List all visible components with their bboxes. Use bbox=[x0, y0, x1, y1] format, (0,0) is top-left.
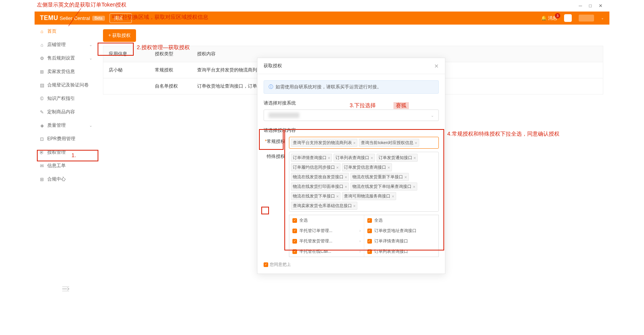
chevron-right-icon: › bbox=[359, 229, 360, 233]
sidebar-item-label: 信息工单 bbox=[47, 163, 66, 169]
tag[interactable]: 物流在线发货下单结果查询接口× bbox=[350, 182, 417, 191]
tag[interactable]: 物流在线发货打印面单接口× bbox=[291, 182, 349, 191]
tag-remove-icon[interactable]: × bbox=[345, 175, 347, 179]
sidebar-item-5[interactable]: ©知识产权指引 bbox=[35, 92, 97, 105]
tag[interactable]: 订单详情查询接口× bbox=[291, 154, 332, 162]
window-maximize[interactable]: □ bbox=[589, 3, 592, 8]
checkbox[interactable]: ✓ bbox=[292, 239, 297, 244]
checkbox[interactable]: ✓ bbox=[292, 229, 297, 233]
select-all-row[interactable]: ✓全选 bbox=[364, 215, 439, 226]
dropdown-item[interactable]: ✓半托管发货管理...› bbox=[289, 236, 364, 246]
tag-label: 物流在线发货下单接口 bbox=[293, 193, 335, 199]
sidebar-item-label: EPR费用管理 bbox=[47, 136, 75, 142]
sidebar-item-2[interactable]: ⚙售后规则设置⌄ bbox=[35, 51, 97, 65]
tag-label: 订单发货通知接口 bbox=[378, 155, 412, 161]
tag-remove-icon[interactable]: × bbox=[387, 165, 390, 170]
epr-icon: ⊡ bbox=[39, 136, 45, 142]
account-menu-chevron[interactable]: ⌄ bbox=[601, 16, 604, 20]
col-header-app: 应用信息 bbox=[103, 46, 149, 62]
custom-icon: ✎ bbox=[39, 109, 45, 115]
checkbox[interactable]: ✓ bbox=[367, 249, 372, 254]
tag[interactable]: 查询可用物流服务商接口× bbox=[342, 192, 396, 200]
regular-auth-tags[interactable]: 查询平台支持发货的物流商列表×查询当前token对应授权信息× bbox=[289, 137, 439, 149]
tag[interactable]: 查询卖家发货仓库基础信息接口× bbox=[291, 202, 357, 210]
select-all-row[interactable]: ✓全选 bbox=[289, 215, 364, 226]
tag-remove-icon[interactable]: × bbox=[353, 204, 355, 208]
checkbox[interactable]: ✓ bbox=[367, 239, 372, 244]
tag-remove-icon[interactable]: × bbox=[370, 156, 373, 160]
auth-dropdown-panel: ✓全选✓半托管订单管理...›✓半托管发货管理...›✓半托管在线Call...… bbox=[289, 215, 439, 257]
tag[interactable]: 查询平台支持发货的物流商列表× bbox=[291, 139, 357, 147]
tag[interactable]: 订单发货信息查询接口× bbox=[342, 163, 392, 171]
select-content-label: 请选择授权内容 bbox=[264, 127, 439, 134]
close-icon[interactable]: ✕ bbox=[434, 63, 439, 69]
checkbox[interactable]: ✓ bbox=[292, 218, 297, 223]
sidebar-item-11[interactable]: ⊞合规中心 bbox=[35, 172, 97, 186]
select-value bbox=[269, 113, 299, 118]
tag-remove-icon[interactable]: × bbox=[353, 141, 355, 145]
regular-auth-label: *常规授权 bbox=[264, 137, 285, 145]
checkbox[interactable]: ✓ bbox=[367, 218, 372, 223]
tag[interactable]: 订单发货通知接口× bbox=[377, 154, 418, 162]
avatar[interactable] bbox=[564, 14, 572, 22]
tag-remove-icon[interactable]: × bbox=[328, 156, 330, 160]
dropdown-item[interactable]: ✓订单列表查询接口 bbox=[364, 246, 439, 257]
special-auth-label: 特殊授权 bbox=[264, 152, 285, 160]
sidebar-item-10[interactable]: ✉信息工单 bbox=[35, 159, 97, 172]
sidebar-item-9[interactable]: ⛨授权管理 bbox=[35, 146, 97, 159]
quality-icon: ◈ bbox=[39, 123, 45, 128]
sidebar-item-1[interactable]: ⌂店铺管理⌄ bbox=[35, 38, 97, 51]
agree-checkbox[interactable]: ✓ bbox=[264, 262, 268, 267]
system-select[interactable]: ⌄ bbox=[264, 109, 439, 121]
tag[interactable]: 查询当前token对应授权信息× bbox=[359, 139, 419, 147]
dropdown-item[interactable]: ✓半托管订单管理...› bbox=[289, 226, 364, 236]
tag[interactable]: 物流在线发货改自发货接口× bbox=[291, 173, 349, 181]
checkbox[interactable]: ✓ bbox=[292, 249, 297, 254]
sidebar-item-3[interactable]: ⊞卖家发货信息 bbox=[35, 65, 97, 78]
sidebar-item-8[interactable]: ⊡EPR费用管理 bbox=[35, 132, 97, 146]
tag[interactable]: 订单列表查询接口× bbox=[334, 154, 375, 162]
tag[interactable]: 订单履约信息同步接口× bbox=[291, 163, 340, 171]
chevron-right-icon: › bbox=[359, 239, 360, 243]
tag-remove-icon[interactable]: × bbox=[345, 184, 347, 189]
tag-remove-icon[interactable]: × bbox=[392, 194, 394, 199]
sidebar-item-label: 定制商品内容 bbox=[47, 109, 75, 115]
sidebar-item-label: 卖家发货信息 bbox=[47, 68, 75, 75]
sidebar-item-label: 质量管理 bbox=[47, 122, 66, 129]
tag-remove-icon[interactable]: × bbox=[413, 156, 416, 160]
ticket-icon: ✉ bbox=[39, 163, 45, 169]
window-minimize[interactable]: ─ bbox=[579, 3, 582, 8]
notifications-button[interactable]: 🔔 消息 3 bbox=[541, 15, 557, 22]
tag-remove-icon[interactable]: × bbox=[404, 175, 407, 179]
shop-icon: ⌂ bbox=[39, 42, 45, 48]
sidebar-item-4[interactable]: ▤合规登记及验证问卷 bbox=[35, 78, 97, 92]
sidebar-item-label: 店铺管理 bbox=[47, 41, 66, 48]
tag[interactable]: 物流在线发货下单接口× bbox=[291, 192, 340, 200]
dropdown-item[interactable]: ✓半托管在线Call...› bbox=[289, 246, 364, 257]
sidebar-item-7[interactable]: ◈质量管理⌄ bbox=[35, 119, 97, 132]
username-placeholder bbox=[579, 15, 594, 22]
region-selector[interactable]: 美区 ⌄ bbox=[110, 13, 132, 23]
window-close[interactable]: ✕ bbox=[599, 3, 603, 8]
tag-label: 订单履约信息同步接口 bbox=[293, 164, 335, 170]
dropdown-item[interactable]: ✓订单详情查询接口 bbox=[364, 236, 439, 246]
sidebar-collapse-button[interactable] bbox=[35, 282, 97, 296]
dropdown-item[interactable]: ✓订单收货地址查询接口 bbox=[364, 226, 439, 236]
sidebar-item-0[interactable]: ⌂首页 bbox=[35, 25, 97, 38]
cell-type: 自名单授权 bbox=[149, 78, 192, 94]
get-auth-button[interactable]: + 获取授权 bbox=[103, 29, 136, 42]
sidebar: ⌂首页⌂店铺管理⌄⚙售后规则设置⌄⊞卖家发货信息▤合规登记及验证问卷©知识产权指… bbox=[35, 25, 97, 296]
sidebar-item-label: 合规中心 bbox=[47, 176, 66, 182]
sidebar-item-6[interactable]: ✎定制商品内容 bbox=[35, 105, 97, 119]
tag-remove-icon[interactable]: × bbox=[415, 141, 417, 145]
tag-remove-icon[interactable]: × bbox=[336, 194, 339, 199]
tag-label: 查询当前token对应授权信息 bbox=[361, 140, 413, 146]
chevron-down-icon: ⌄ bbox=[431, 113, 434, 118]
checkbox[interactable]: ✓ bbox=[367, 229, 372, 233]
tag-remove-icon[interactable]: × bbox=[413, 184, 415, 189]
special-auth-tags[interactable]: 订单详情查询接口×订单列表查询接口×订单发货通知接口×订单履约信息同步接口×订单… bbox=[289, 152, 439, 212]
item-label: 半托管在线Call... bbox=[299, 249, 331, 254]
sidebar-item-label: 授权管理 bbox=[47, 149, 66, 156]
tag-remove-icon[interactable]: × bbox=[336, 165, 339, 170]
tag[interactable]: 物流在线发货重新下单接口× bbox=[350, 173, 408, 181]
